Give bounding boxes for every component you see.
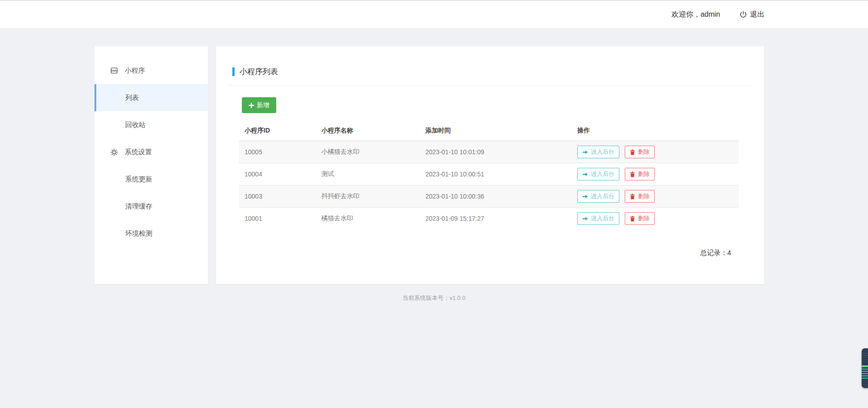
title-divider — [228, 85, 752, 85]
delete-label: 删除 — [638, 214, 650, 223]
logout-label: 退出 — [750, 10, 764, 19]
arrow-right-icon — [582, 171, 588, 177]
store-icon — [110, 66, 118, 75]
trash-icon — [630, 149, 635, 155]
sidebar-item-label: 系统更新 — [125, 175, 152, 184]
welcome-text: 欢迎你，admin — [671, 10, 720, 19]
delete-label: 删除 — [638, 148, 650, 156]
sidebar-item-list[interactable]: 列表 — [94, 84, 208, 111]
delete-button[interactable]: 删除 — [625, 168, 655, 180]
column-header-actions: 操作 — [571, 123, 739, 141]
enter-admin-label: 进入后台 — [591, 148, 614, 156]
sidebar-item-clear-cache[interactable]: 清理缓存 — [94, 193, 208, 220]
cell-actions: 进入后台 删除 — [571, 185, 739, 208]
cell-name: 小橘猫去水印 — [316, 141, 420, 163]
table-row: 10005 小橘猫去水印 2023-01-10 10:01:09 进入后台 删除 — [239, 141, 739, 163]
gear-icon — [110, 148, 118, 157]
arrow-right-icon — [582, 216, 588, 222]
page-title-row: 小程序列表 — [232, 66, 764, 77]
enter-admin-label: 进入后台 — [591, 170, 614, 178]
delete-label: 删除 — [638, 170, 650, 178]
delete-button[interactable]: 删除 — [625, 212, 655, 225]
column-header-id: 小程序ID — [239, 123, 316, 141]
cell-name: 测试 — [316, 163, 420, 185]
cell-name: 抖抖虾去水印 — [316, 185, 420, 208]
add-button-label: 新增 — [257, 101, 269, 109]
table-row: 10003 抖抖虾去水印 2023-01-10 10:00:36 进入后台 删除 — [239, 185, 739, 208]
cell-id: 10004 — [239, 163, 316, 185]
column-header-name: 小程序名称 — [316, 123, 420, 141]
trash-icon — [630, 171, 635, 177]
cell-actions: 进入后台 删除 — [571, 208, 739, 230]
cell-time: 2023-01-10 10:00:36 — [420, 185, 571, 208]
sidebar: 小程序 列表 回收站 系统设置 系统更新 清理缓存 环境检测 — [94, 46, 208, 284]
sidebar-item-env-check[interactable]: 环境检测 — [94, 220, 208, 247]
cell-time: 2023-01-10 10:01:09 — [420, 141, 571, 163]
cell-id: 10001 — [239, 208, 316, 230]
sidebar-item-label: 小程序 — [125, 66, 145, 75]
power-icon — [739, 10, 747, 19]
sidebar-item-label: 环境检测 — [125, 229, 152, 238]
table-row: 10001 橘猫去水印 2023-01-09 15:17:27 进入后台 删除 — [239, 208, 739, 230]
sidebar-item-miniprogram[interactable]: 小程序 — [94, 57, 208, 84]
title-accent-bar — [232, 67, 235, 76]
cell-actions: 进入后台 删除 — [571, 163, 739, 185]
cell-name: 橘猫去水印 — [316, 208, 420, 230]
sidebar-item-label: 列表 — [125, 94, 139, 102]
arrow-right-icon — [582, 149, 588, 155]
enter-admin-button[interactable]: 进入后台 — [577, 146, 619, 158]
miniprogram-table: 小程序ID 小程序名称 添加时间 操作 10005 小橘猫去水印 2023-01… — [239, 123, 739, 230]
sidebar-item-recycle-bin[interactable]: 回收站 — [94, 111, 208, 138]
cell-actions: 进入后台 删除 — [571, 141, 739, 163]
sidebar-item-label: 系统设置 — [125, 148, 152, 157]
enter-admin-button[interactable]: 进入后台 — [577, 168, 619, 180]
plus-icon — [249, 103, 254, 108]
sidebar-item-system-settings[interactable]: 系统设置 — [94, 138, 208, 166]
cell-id: 10005 — [239, 141, 316, 163]
add-button[interactable]: 新增 — [242, 97, 276, 113]
trash-icon — [630, 194, 635, 199]
delete-button[interactable]: 删除 — [625, 190, 655, 203]
enter-admin-label: 进入后台 — [591, 192, 614, 200]
enter-admin-button[interactable]: 进入后台 — [577, 190, 619, 203]
enter-admin-button[interactable]: 进入后台 — [577, 212, 619, 225]
top-header: 欢迎你，admin 退出 — [0, 0, 868, 28]
cell-time: 2023-01-10 10:00:51 — [420, 163, 571, 185]
trash-icon — [630, 216, 635, 222]
arrow-right-icon — [582, 194, 588, 199]
delete-label: 删除 — [638, 192, 650, 200]
scrollbar-widget[interactable] — [862, 348, 868, 388]
enter-admin-label: 进入后台 — [591, 214, 614, 223]
sidebar-item-label: 回收站 — [125, 121, 146, 129]
table-header-row: 小程序ID 小程序名称 添加时间 操作 — [239, 123, 739, 141]
page-title: 小程序列表 — [240, 66, 278, 77]
column-header-time: 添加时间 — [420, 123, 571, 141]
sidebar-item-system-update[interactable]: 系统更新 — [94, 166, 208, 193]
delete-button[interactable]: 删除 — [625, 146, 655, 158]
scrollbar-active-zone — [862, 365, 868, 379]
version-footer: 当前系统版本号：v1.0.0 — [0, 294, 868, 302]
table-row: 10004 测试 2023-01-10 10:00:51 进入后台 删除 — [239, 163, 739, 185]
total-records: 总记录：4 — [216, 249, 764, 257]
main-card: 小程序列表 新增 小程序ID 小程序名称 添加时间 操作 1000 — [216, 46, 764, 284]
cell-id: 10003 — [239, 185, 316, 208]
cell-time: 2023-01-09 15:17:27 — [420, 208, 571, 230]
logout-button[interactable]: 退出 — [739, 10, 764, 19]
sidebar-item-label: 清理缓存 — [125, 202, 152, 211]
